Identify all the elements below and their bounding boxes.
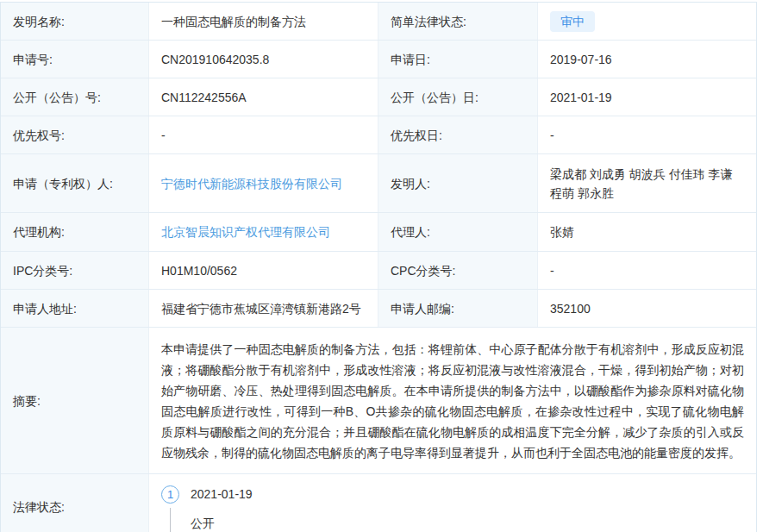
field-label-abstract: 摘要: [1,328,149,473]
field-label-agent: 代理人: [378,213,538,251]
field-value-agent: 张婧 [538,213,756,251]
field-label-invention-name: 发明名称: [1,3,149,40]
patent-detail-table: 发明名称: 一种固态电解质的制备方法 简单法律状态: 审中 申请号: CN201… [0,2,757,532]
field-value-cpc: - [538,252,756,289]
field-label-ipc: IPC分类号: [1,252,149,289]
legal-status-item: 1 2021-01-19 公开 [161,485,253,532]
field-label-simple-legal-status: 简单法律状态: [378,3,538,40]
field-label-publication-number: 公开（公告）号: [1,78,149,116]
row-abstract: 摘要: 本申请提供了一种固态电解质的制备方法，包括：将锂前体、中心原子配体分散于… [1,328,756,474]
abstract-text: 本申请提供了一种固态电解质的制备方法，包括：将锂前体、中心原子配体分散于有机溶剂… [149,328,756,473]
field-value-publication-date: 2021-01-19 [538,78,756,116]
row-agency-agent: 代理机构: 北京智晨知识产权代理有限公司 代理人: 张婧 [1,213,756,252]
legal-status-text: 公开 [191,515,253,532]
timeline-line [170,508,171,532]
field-label-publication-date: 公开（公告）日: [378,78,538,116]
row-publication-number: 公开（公告）号: CN112242556A 公开（公告）日: 2021-01-1… [1,78,756,116]
field-value-application-number: CN201910642035.8 [149,41,378,78]
field-label-application-date: 申请日: [378,41,538,78]
row-application-number: 申请号: CN201910642035.8 申请日: 2019-07-16 [1,41,756,78]
field-value-application-date: 2019-07-16 [538,41,756,78]
field-label-cpc: CPC分类号: [378,252,538,289]
applicant-link[interactable]: 宁德时代新能源科技股份有限公司 [161,174,342,193]
field-value-invention-name: 一种固态电解质的制备方法 [149,3,378,40]
field-value-ipc: H01M10/0562 [149,252,378,289]
field-value-agency: 北京智晨知识产权代理有限公司 [149,213,378,251]
field-label-legal-status: 法律状态: [1,474,149,532]
field-label-applicant: 申请（专利权）人: [1,154,149,212]
status-badge: 审中 [550,11,595,32]
legal-status-timeline: 1 2021-01-19 公开 [149,474,756,532]
row-invention-name: 发明名称: 一种固态电解质的制备方法 简单法律状态: 审中 [1,3,756,41]
field-label-application-number: 申请号: [1,41,149,78]
field-value-priority-date: - [538,116,756,153]
timeline-marker: 1 [161,485,179,532]
row-applicant-inventors: 申请（专利权）人: 宁德时代新能源科技股份有限公司 发明人: 梁成都 刘成勇 胡… [1,154,756,213]
field-value-publication-number: CN112242556A [149,78,378,116]
row-legal-status: 法律状态: 1 2021-01-19 公开 [1,474,756,532]
field-label-applicant-address: 申请人地址: [1,290,149,327]
field-label-priority-date: 优先权日: [378,116,538,153]
field-label-applicant-zipcode: 申请人邮编: [378,290,538,327]
field-label-priority-number: 优先权号: [1,116,149,153]
field-value-simple-legal-status: 审中 [538,3,756,40]
field-value-applicant-address: 福建省宁德市蕉城区漳湾镇新港路2号 [149,290,378,327]
timeline-content: 2021-01-19 公开 [191,485,253,532]
row-address-zipcode: 申请人地址: 福建省宁德市蕉城区漳湾镇新港路2号 申请人邮编: 352100 [1,290,756,328]
field-value-applicant-zipcode: 352100 [538,290,756,327]
field-value-inventors: 梁成都 刘成勇 胡波兵 付佳玮 李谦 程萌 郭永胜 [538,154,756,212]
legal-status-date: 2021-01-19 [191,485,253,504]
field-value-applicant: 宁德时代新能源科技股份有限公司 [149,154,378,212]
field-label-inventors: 发明人: [378,154,538,212]
field-label-agency: 代理机构: [1,213,149,251]
row-priority: 优先权号: - 优先权日: - [1,116,756,154]
timeline-step-number: 1 [161,485,179,504]
field-value-priority-number: - [149,116,378,153]
row-classification: IPC分类号: H01M10/0562 CPC分类号: - [1,252,756,290]
agency-link[interactable]: 北京智晨知识产权代理有限公司 [161,222,330,241]
